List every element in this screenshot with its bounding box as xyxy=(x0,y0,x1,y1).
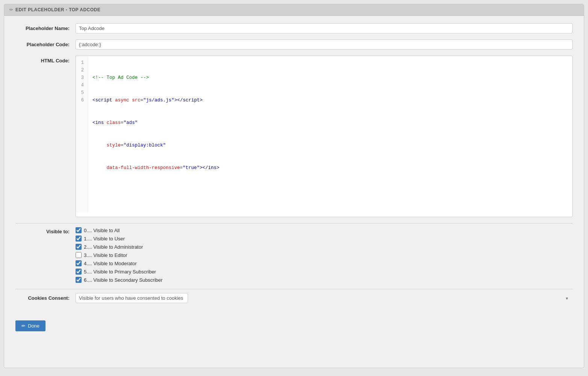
visible-to-editor-label: 3.... Visible to Editor xyxy=(84,252,127,258)
done-button[interactable]: ✏ Done xyxy=(15,320,45,331)
html-code-label: HTML Code: xyxy=(15,56,76,63)
divider-2 xyxy=(15,289,573,289)
code-line-5: data-full-width-responsive="true"></ins> xyxy=(92,164,568,172)
visible-to-primary-subscriber-label: 5.... Visible to Primary Subscriber xyxy=(84,269,156,275)
divider xyxy=(15,223,573,223)
pencil-icon: ✏ xyxy=(9,7,13,12)
line-num-1: 1 xyxy=(79,59,84,66)
html-code-row: HTML Code: 1 2 3 4 5 6 <!-- Top Ad Code … xyxy=(15,56,573,217)
visible-to-moderator-label: 4.... Visible to Moderator xyxy=(84,261,137,266)
done-button-label: Done xyxy=(28,323,39,329)
checkboxes-list: 0.... Visible to All 1.... Visible to Us… xyxy=(76,227,162,283)
visible-to-editor-item[interactable]: 3.... Visible to Editor xyxy=(76,252,162,258)
line-num-4: 4 xyxy=(79,82,84,89)
edit-placeholder-window: ✏ EDIT PLACEHOLDER - TOP ADCODE Placehol… xyxy=(4,4,584,368)
visible-to-moderator-checkbox[interactable] xyxy=(76,260,82,266)
visible-to-secondary-subscriber-label: 6.... Visible to Secondary Subscriber xyxy=(84,277,162,283)
code-lines: 1 2 3 4 5 6 <!-- Top Ad Code --> <script… xyxy=(76,56,572,212)
visible-to-editor-checkbox[interactable] xyxy=(76,252,82,258)
form-body: Placeholder Name: Placeholder Code: HTML… xyxy=(4,16,584,317)
cookies-consent-row: Cookies Consent: Visible for users who h… xyxy=(15,293,573,303)
visible-to-moderator-item[interactable]: 4.... Visible to Moderator xyxy=(76,260,162,266)
placeholder-code-label: Placeholder Code: xyxy=(15,39,76,47)
window-title: EDIT PLACEHOLDER - TOP ADCODE xyxy=(15,7,100,12)
placeholder-code-row: Placeholder Code: xyxy=(15,39,573,50)
line-num-2: 2 xyxy=(79,66,84,74)
cookies-consent-label: Cookies Consent: xyxy=(15,293,76,301)
done-button-icon: ✏ xyxy=(21,323,26,329)
visible-to-admin-item[interactable]: 2.... Visible to Administrator xyxy=(76,244,162,250)
code-line-6 xyxy=(92,187,568,194)
code-line-4: style="display:block" xyxy=(92,142,568,149)
line-num-3: 3 xyxy=(79,74,84,82)
title-bar: ✏ EDIT PLACEHOLDER - TOP ADCODE xyxy=(4,4,584,16)
code-line-3: <ins class="ads" xyxy=(92,119,568,127)
visible-to-user-checkbox[interactable] xyxy=(76,236,82,242)
line-num-5: 5 xyxy=(79,89,84,97)
visible-to-all-item[interactable]: 0.... Visible to All xyxy=(76,227,162,233)
cookies-consent-select-wrapper: Visible for users who have consented to … xyxy=(76,293,573,303)
visible-to-user-label: 1.... Visible to User xyxy=(84,236,125,242)
visible-to-label: Visible to: xyxy=(15,227,76,234)
line-num-6: 6 xyxy=(79,97,84,104)
visible-to-secondary-subscriber-checkbox[interactable] xyxy=(76,277,82,283)
line-numbers: 1 2 3 4 5 6 xyxy=(76,56,88,212)
visible-to-all-label: 0.... Visible to All xyxy=(84,228,120,233)
placeholder-name-input[interactable] xyxy=(76,23,573,33)
visible-to-all-checkbox[interactable] xyxy=(76,227,82,233)
placeholder-name-row: Placeholder Name: xyxy=(15,23,573,33)
visible-to-admin-checkbox[interactable] xyxy=(76,244,82,250)
visible-to-user-item[interactable]: 1.... Visible to User xyxy=(76,236,162,242)
code-content: <!-- Top Ad Code --> <script async src="… xyxy=(88,56,572,212)
visible-to-admin-label: 2.... Visible to Administrator xyxy=(84,244,143,250)
code-editor[interactable]: 1 2 3 4 5 6 <!-- Top Ad Code --> <script… xyxy=(76,56,573,217)
visible-to-primary-subscriber-checkbox[interactable] xyxy=(76,269,82,275)
placeholder-code-input[interactable] xyxy=(76,39,573,50)
cookies-consent-select[interactable]: Visible for users who have consented to … xyxy=(76,293,188,303)
placeholder-name-label: Placeholder Name: xyxy=(15,23,76,31)
code-line-1: <!-- Top Ad Code --> xyxy=(92,74,568,82)
visible-to-primary-subscriber-item[interactable]: 5.... Visible to Primary Subscriber xyxy=(76,269,162,275)
visible-to-secondary-subscriber-item[interactable]: 6.... Visible to Secondary Subscriber xyxy=(76,277,162,283)
code-line-2: <script async src="js/ads.js"></script> xyxy=(92,97,568,104)
visible-to-row: Visible to: 0.... Visible to All 1.... V… xyxy=(15,227,573,283)
